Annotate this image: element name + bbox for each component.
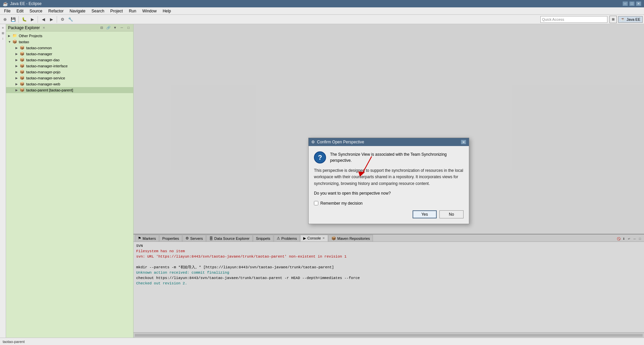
confirm-dialog: ⚙ Confirm Open Perspective ✕ ? The Synch… [308, 138, 469, 224]
pe-tab-marker: ✕ [43, 26, 45, 29]
prev-button[interactable]: ◀ [40, 16, 47, 23]
taotao-manager-service-arrow: ▶ [15, 76, 19, 80]
taotao-manager-service-icon: 📦 [20, 76, 25, 80]
menu-project[interactable]: Project [108, 8, 125, 14]
left-icon-2[interactable]: ⊞ [1, 31, 5, 36]
status-bar: taotao-parent [0, 338, 644, 345]
dialog-title-bar: ⚙ Confirm Open Perspective ✕ [309, 138, 469, 146]
java-ee-label: Java EE [627, 17, 640, 21]
minimize-button[interactable]: ─ [623, 1, 628, 6]
dialog-buttons: Yes No [314, 210, 464, 218]
tree-taotao-manager-dao[interactable]: ▶ 📦 taotao-manager-dao [6, 57, 133, 63]
taotao-manager-icon: 📦 [20, 52, 25, 56]
package-explorer-content: ▶ 📁 Other Projects ▼ 📦 taotao ▶ 📦 taotao… [6, 31, 133, 338]
editor-area: ⚑ Markers Properties ⚙ Servers 🗄 Data So… [133, 24, 644, 338]
left-icon-strip: ≡ ⊞ ↕ [0, 24, 6, 338]
pe-minimize-btn[interactable]: ─ [119, 25, 124, 30]
taotao-manager-web-arrow: ▶ [15, 82, 19, 86]
toolbar-sep-3 [57, 16, 57, 23]
taotao-manager-label: taotao-manager [26, 52, 52, 56]
title-bar: ☕ Java EE - Eclipse ─ □ ✕ [0, 0, 644, 7]
menu-source[interactable]: Source [27, 8, 45, 14]
tree-taotao-root[interactable]: ▼ 📦 taotao [6, 39, 133, 45]
run-button[interactable]: ▶ [29, 16, 36, 23]
title-bar-left: ☕ Java EE - Eclipse [3, 1, 42, 6]
taotao-manager-pojo-icon: 📦 [20, 70, 25, 74]
dialog-close-button[interactable]: ✕ [461, 140, 466, 144]
tree-taotao-common[interactable]: ▶ 📦 taotao-common [6, 45, 133, 51]
tree-taotao-manager-pojo[interactable]: ▶ 📦 taotao-manager-pojo [6, 69, 133, 75]
eclipse-icon: ☕ [3, 1, 8, 6]
pe-collapse-btn[interactable]: ⊟ [99, 25, 104, 30]
dialog-remember-row: Remember my decision [314, 201, 464, 206]
tree-taotao-manager[interactable]: ▶ 📦 taotao-manager [6, 51, 133, 57]
pe-menu-btn[interactable]: ▼ [112, 25, 118, 30]
new-button[interactable]: ⊕ [1, 16, 9, 23]
dialog-title-icon: ⚙ [311, 140, 315, 144]
dialog-question: Do you want to open this perspective now… [314, 191, 464, 196]
taotao-manager-interface-icon: 📦 [20, 64, 25, 68]
tree-taotao-manager-service[interactable]: ▶ 📦 taotao-manager-service [6, 75, 133, 81]
taotao-manager-web-label: taotao-manager-web [26, 82, 60, 86]
tree-taotao-manager-web[interactable]: ▶ 📦 taotao-manager-web [6, 81, 133, 87]
remember-checkbox[interactable] [314, 201, 318, 205]
other-projects-label: Other Projects [19, 34, 42, 38]
taotao-manager-arrow: ▶ [15, 52, 19, 56]
taotao-parent-icon: 📦 [20, 88, 25, 92]
menu-help[interactable]: Help [160, 8, 174, 14]
quick-access-input[interactable]: Quick Access [540, 16, 607, 23]
save-button[interactable]: 💾 [9, 16, 17, 23]
taotao-arrow: ▼ [8, 40, 11, 44]
left-icon-1[interactable]: ≡ [1, 25, 5, 30]
maximize-button[interactable]: □ [629, 1, 635, 6]
toolbar: ⊕ 💾 🐛 ▶ ◀ ▶ ⚙ 🔧 Quick Access ⊞ ☕ Java EE [0, 15, 644, 24]
menu-edit[interactable]: Edit [14, 8, 26, 14]
menu-window[interactable]: Window [140, 8, 159, 14]
java-ee-icon: ☕ [621, 17, 625, 21]
taotao-parent-arrow: ▶ [15, 88, 19, 92]
package-explorer-title: Package Explorer [8, 25, 40, 30]
no-button[interactable]: No [439, 210, 464, 218]
left-icon-3[interactable]: ↕ [1, 36, 5, 41]
tree-taotao-parent[interactable]: ▶ 📦 taotao-parent [taotao-parent] [6, 87, 133, 93]
tree-taotao-manager-interface[interactable]: ▶ 📦 taotao-manager-interface [6, 63, 133, 69]
dialog-title-text: ⚙ Confirm Open Perspective [311, 140, 364, 144]
taotao-manager-pojo-arrow: ▶ [15, 70, 19, 74]
open-perspective-button[interactable]: ⊞ [609, 16, 617, 23]
taotao-manager-interface-arrow: ▶ [15, 64, 19, 68]
title-bar-controls[interactable]: ─ □ ✕ [623, 1, 641, 6]
extra-btn-2[interactable]: 🔧 [67, 16, 74, 23]
toolbar-sep-1 [18, 16, 19, 23]
next-button[interactable]: ▶ [48, 16, 55, 23]
taotao-manager-dao-icon: 📦 [20, 58, 25, 62]
taotao-manager-dao-arrow: ▶ [15, 58, 19, 62]
yes-button[interactable]: Yes [413, 210, 437, 218]
dialog-question-icon: ? [314, 151, 326, 163]
menu-file[interactable]: File [1, 8, 13, 14]
close-button[interactable]: ✕ [636, 1, 641, 6]
java-ee-perspective-button[interactable]: ☕ Java EE [618, 16, 643, 23]
tree-other-projects[interactable]: ▶ 📁 Other Projects [6, 33, 133, 39]
menu-refactor[interactable]: Refactor [46, 8, 66, 14]
taotao-manager-service-label: taotao-manager-service [26, 76, 65, 80]
status-left: taotao-parent [3, 340, 24, 344]
taotao-project-icon: 📦 [12, 40, 18, 44]
toolbar-sep-2 [38, 16, 38, 23]
taotao-common-icon: 📦 [20, 46, 25, 50]
package-explorer-header: Package Explorer ✕ ⊟ 🔗 ▼ ─ □ [6, 24, 133, 31]
menu-run[interactable]: Run [126, 8, 139, 14]
pe-maximize-btn[interactable]: □ [126, 25, 131, 30]
quick-access-label: Quick Access [542, 17, 564, 21]
package-explorer-panel: Package Explorer ✕ ⊟ 🔗 ▼ ─ □ ▶ 📁 Other P… [6, 24, 133, 338]
dialog-main-text: The Synchronize View is associated with … [330, 151, 464, 163]
dialog-description: This perspective is designed to support … [314, 167, 464, 187]
taotao-manager-interface-label: taotao-manager-interface [26, 64, 68, 68]
menu-navigate[interactable]: Navigate [67, 8, 88, 14]
other-projects-arrow: ▶ [8, 34, 11, 38]
taotao-common-arrow: ▶ [15, 46, 19, 50]
menu-search[interactable]: Search [89, 8, 107, 14]
extra-btn-1[interactable]: ⚙ [59, 16, 66, 23]
pe-link-btn[interactable]: 🔗 [106, 25, 111, 30]
taotao-manager-pojo-label: taotao-manager-pojo [26, 70, 60, 74]
debug-button[interactable]: 🐛 [20, 16, 28, 23]
